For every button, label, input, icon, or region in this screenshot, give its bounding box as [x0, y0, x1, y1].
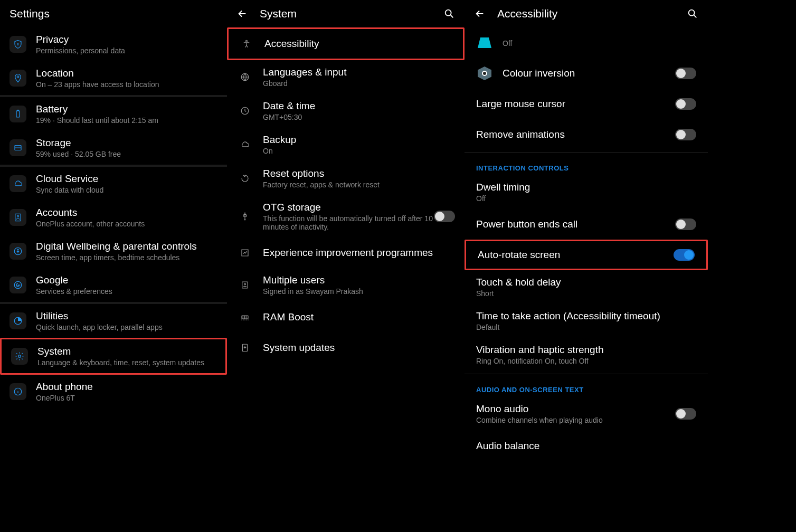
item-subtitle: Ring On, notification On, touch Off	[476, 357, 696, 365]
list-item[interactable]: About phoneOnePlus 6T	[0, 375, 227, 408]
list-item[interactable]: GoogleServices & preferences	[0, 268, 227, 302]
list-item[interactable]: RAM Boost	[227, 302, 465, 332]
item-title: Languages & input	[263, 66, 455, 78]
item-subtitle: Gboard	[263, 79, 455, 88]
list-item[interactable]: Multiple usersSigned in as Swayam Prakas…	[227, 268, 465, 302]
google-icon	[10, 277, 26, 293]
list-item[interactable]: Digital Wellbeing & parental controlsScr…	[0, 234, 227, 268]
list-item[interactable]: System updates	[227, 332, 465, 363]
item-subtitle: OnePlus account, other accounts	[36, 220, 217, 228]
accounts-icon	[10, 209, 26, 226]
wellbeing-icon	[10, 243, 26, 260]
list-item[interactable]: Vibration and haptic strengthRing On, no…	[465, 338, 708, 372]
back-icon[interactable]	[474, 8, 493, 20]
toggle-switch[interactable]	[675, 129, 696, 140]
list-item[interactable]: Accessibility	[227, 27, 465, 60]
list-item[interactable]: Languages & inputGboard	[227, 60, 465, 94]
list-item[interactable]: Cloud ServiceSync data with cloud	[0, 167, 227, 201]
search-icon[interactable]	[679, 8, 698, 20]
item-subtitle: Factory reset, apps & network reset	[263, 180, 455, 189]
toggle-switch[interactable]	[674, 249, 695, 261]
item-title: Mono audio	[476, 403, 675, 415]
item-subtitle: Sync data with cloud	[36, 186, 217, 194]
accessibility-list[interactable]: OffColour inversionLarge mouse cursorRem…	[465, 27, 708, 532]
toggle-switch[interactable]	[675, 408, 696, 420]
svg-point-13	[446, 10, 451, 16]
list-item[interactable]: Power button ends call	[465, 209, 708, 240]
cloud-icon	[236, 136, 253, 153]
list-item[interactable]: AccountsOnePlus account, other accounts	[0, 201, 227, 234]
item-title: Colour inversion	[503, 68, 675, 79]
svg-point-21	[689, 10, 695, 16]
list-item[interactable]: Time to take action (Accessibility timeo…	[465, 304, 708, 338]
download-icon	[236, 339, 253, 356]
item-subtitle: Short	[476, 289, 696, 298]
list-item[interactable]: Off	[465, 27, 708, 58]
globe-icon	[236, 69, 253, 86]
list-item[interactable]: Experience improvement programmes	[227, 238, 465, 268]
list-item[interactable]: Remove animations	[465, 119, 708, 150]
item-title: Dwell timing	[476, 182, 696, 193]
location-icon	[10, 70, 26, 87]
list-item[interactable]: PrivacyPermissions, personal data	[0, 27, 227, 61]
item-title: RAM Boost	[263, 311, 455, 323]
item-subtitle: On – 23 apps have access to location	[36, 80, 217, 89]
list-item[interactable]: Storage59% used · 52.05 GB free	[0, 131, 227, 165]
item-title: Digital Wellbeing & parental controls	[36, 241, 217, 252]
list-item[interactable]: Colour inversion	[465, 58, 708, 89]
svg-rect-3	[17, 110, 19, 111]
toggle-switch[interactable]	[675, 98, 696, 110]
item-title: Privacy	[36, 34, 217, 45]
shield-icon	[10, 36, 26, 53]
system-icon	[11, 348, 28, 365]
section-header: INTERACTION CONTROLS	[465, 155, 708, 175]
list-item[interactable]: Large mouse cursor	[465, 89, 708, 119]
list-item[interactable]: SystemLanguage & keyboard, time, reset, …	[0, 338, 227, 375]
list-item[interactable]: Touch & hold delayShort	[465, 270, 708, 304]
item-title: Reset options	[263, 168, 455, 179]
back-icon[interactable]	[236, 8, 255, 20]
svg-point-8	[17, 249, 18, 250]
toggle-switch[interactable]	[434, 211, 455, 222]
divider	[465, 152, 708, 153]
list-item[interactable]: Battery19% · Should last until about 2:1…	[0, 97, 227, 131]
info-icon	[10, 383, 26, 400]
list-item[interactable]: UtilitiesQuick launch, app locker, paral…	[0, 304, 227, 338]
svg-rect-5	[15, 214, 21, 221]
list-item[interactable]: Auto-rotate screen	[465, 240, 708, 270]
list-item[interactable]: Mono audioCombine channels when playing …	[465, 397, 708, 431]
utilities-icon	[10, 312, 26, 329]
item-title: Vibration and haptic strength	[476, 344, 696, 356]
item-subtitle: 59% used · 52.05 GB free	[36, 150, 217, 158]
list-item[interactable]: Reset optionsFactory reset, apps & netwo…	[227, 162, 465, 195]
item-title: Time to take action (Accessibility timeo…	[476, 310, 696, 322]
svg-rect-2	[16, 111, 20, 117]
list-item[interactable]: Dwell timingOff	[465, 175, 708, 209]
search-icon[interactable]	[436, 8, 455, 20]
item-title: Accessibility	[264, 38, 453, 50]
item-subtitle: Permissions, personal data	[36, 46, 217, 55]
clock-icon	[236, 102, 253, 119]
settings-list[interactable]: PrivacyPermissions, personal dataLocatio…	[0, 27, 227, 532]
item-title: Location	[36, 68, 217, 79]
toggle-switch[interactable]	[675, 68, 696, 79]
item-title: Utilities	[36, 310, 217, 322]
list-item[interactable]: OTG storageThis function will be automat…	[227, 195, 465, 238]
system-pane: System AccessibilityLanguages & inputGbo…	[227, 0, 465, 532]
reset-icon	[236, 170, 253, 187]
system-list[interactable]: AccessibilityLanguages & inputGboardDate…	[227, 27, 465, 532]
list-item[interactable]: Date & timeGMT+05:30	[227, 94, 465, 128]
item-subtitle: Language & keyboard, time, reset, system…	[37, 358, 216, 367]
accessibility-header: Accessibility	[465, 0, 708, 27]
list-item[interactable]: Audio balance	[465, 431, 708, 461]
list-item[interactable]: LocationOn – 23 apps have access to loca…	[0, 61, 227, 95]
svg-point-11	[18, 355, 21, 358]
toggle-switch[interactable]	[675, 218, 696, 230]
item-title: Backup	[263, 134, 455, 146]
hexagon-icon	[476, 65, 493, 82]
item-subtitle: Signed in as Swayam Prakash	[263, 287, 455, 296]
item-title: Auto-rotate screen	[478, 249, 674, 261]
accessibility-title: Accessibility	[497, 7, 679, 20]
list-item[interactable]: BackupOn	[227, 128, 465, 162]
item-subtitle: Off	[503, 39, 696, 48]
